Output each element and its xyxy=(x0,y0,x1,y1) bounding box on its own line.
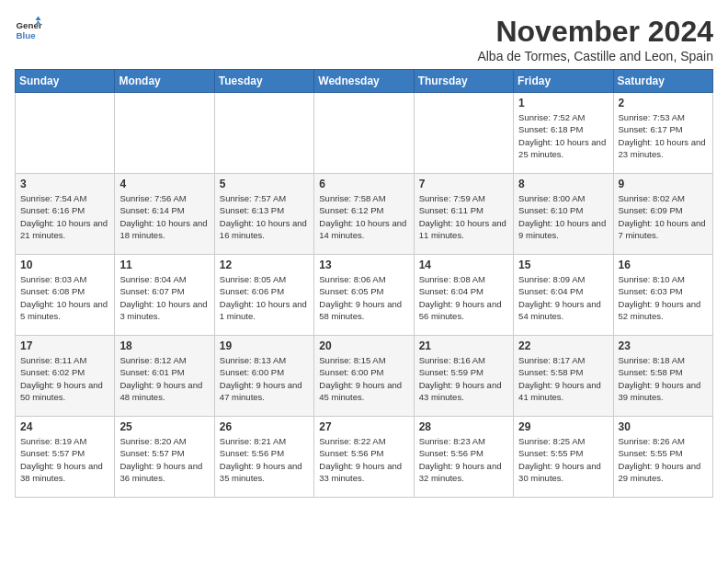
day-info: Sunrise: 8:06 AM Sunset: 6:05 PM Dayligh… xyxy=(319,273,408,322)
table-cell: 24Sunrise: 8:19 AM Sunset: 5:57 PM Dayli… xyxy=(16,417,115,498)
page-container: General Blue November 2024 Alba de Torme… xyxy=(15,15,713,498)
day-info: Sunrise: 8:03 AM Sunset: 6:08 PM Dayligh… xyxy=(20,273,109,322)
week-row-2: 3Sunrise: 7:54 AM Sunset: 6:16 PM Daylig… xyxy=(16,174,713,255)
col-saturday: Saturday xyxy=(613,70,712,93)
day-info: Sunrise: 8:11 AM Sunset: 6:02 PM Dayligh… xyxy=(20,354,109,403)
day-number: 26 xyxy=(220,420,309,433)
table-cell: 26Sunrise: 8:21 AM Sunset: 5:56 PM Dayli… xyxy=(214,417,313,498)
table-cell: 16Sunrise: 8:10 AM Sunset: 6:03 PM Dayli… xyxy=(613,255,712,336)
day-info: Sunrise: 8:04 AM Sunset: 6:07 PM Dayligh… xyxy=(119,273,209,322)
table-cell: 8Sunrise: 8:00 AM Sunset: 6:10 PM Daylig… xyxy=(514,174,613,255)
col-thursday: Thursday xyxy=(414,70,513,93)
day-info: Sunrise: 8:25 AM Sunset: 5:55 PM Dayligh… xyxy=(518,435,608,484)
day-info: Sunrise: 8:21 AM Sunset: 5:56 PM Dayligh… xyxy=(220,435,309,484)
calendar-table: Sunday Monday Tuesday Wednesday Thursday… xyxy=(15,69,713,498)
table-cell: 12Sunrise: 8:05 AM Sunset: 6:06 PM Dayli… xyxy=(214,255,313,336)
day-number: 4 xyxy=(119,178,209,190)
table-cell: 22Sunrise: 8:17 AM Sunset: 5:58 PM Dayli… xyxy=(514,336,613,417)
day-info: Sunrise: 8:10 AM Sunset: 6:03 PM Dayligh… xyxy=(619,273,708,322)
table-cell xyxy=(115,93,214,174)
day-number: 15 xyxy=(518,259,608,271)
table-cell: 10Sunrise: 8:03 AM Sunset: 6:08 PM Dayli… xyxy=(16,255,115,336)
logo: General Blue xyxy=(15,15,42,42)
day-number: 1 xyxy=(518,97,608,109)
svg-text:Blue: Blue xyxy=(17,30,37,40)
table-cell: 30Sunrise: 8:26 AM Sunset: 5:55 PM Dayli… xyxy=(613,417,712,498)
table-cell xyxy=(414,93,513,174)
day-info: Sunrise: 7:54 AM Sunset: 6:16 PM Dayligh… xyxy=(20,192,109,241)
week-row-4: 17Sunrise: 8:11 AM Sunset: 6:02 PM Dayli… xyxy=(16,336,713,417)
table-cell: 20Sunrise: 8:15 AM Sunset: 6:00 PM Dayli… xyxy=(314,336,414,417)
table-cell: 9Sunrise: 8:02 AM Sunset: 6:09 PM Daylig… xyxy=(613,174,712,255)
table-cell: 6Sunrise: 7:58 AM Sunset: 6:12 PM Daylig… xyxy=(314,174,414,255)
table-cell: 15Sunrise: 8:09 AM Sunset: 6:04 PM Dayli… xyxy=(514,255,613,336)
day-info: Sunrise: 8:23 AM Sunset: 5:56 PM Dayligh… xyxy=(419,435,508,484)
week-row-1: 1Sunrise: 7:52 AM Sunset: 6:18 PM Daylig… xyxy=(16,93,713,174)
day-info: Sunrise: 8:16 AM Sunset: 5:59 PM Dayligh… xyxy=(419,354,508,403)
table-cell: 7Sunrise: 7:59 AM Sunset: 6:11 PM Daylig… xyxy=(414,174,513,255)
day-number: 24 xyxy=(20,420,109,433)
logo-icon: General Blue xyxy=(15,15,42,42)
table-cell: 11Sunrise: 8:04 AM Sunset: 6:07 PM Dayli… xyxy=(115,255,214,336)
day-number: 18 xyxy=(119,339,209,352)
day-info: Sunrise: 8:08 AM Sunset: 6:04 PM Dayligh… xyxy=(419,273,508,322)
day-number: 12 xyxy=(220,259,309,271)
week-row-3: 10Sunrise: 8:03 AM Sunset: 6:08 PM Dayli… xyxy=(16,255,713,336)
day-number: 2 xyxy=(619,97,708,109)
day-number: 27 xyxy=(319,420,408,433)
day-info: Sunrise: 8:18 AM Sunset: 5:58 PM Dayligh… xyxy=(619,354,708,403)
table-cell: 14Sunrise: 8:08 AM Sunset: 6:04 PM Dayli… xyxy=(414,255,513,336)
table-cell xyxy=(214,93,313,174)
day-number: 17 xyxy=(20,339,109,352)
day-info: Sunrise: 8:13 AM Sunset: 6:00 PM Dayligh… xyxy=(220,354,309,403)
col-monday: Monday xyxy=(115,70,214,93)
table-cell: 3Sunrise: 7:54 AM Sunset: 6:16 PM Daylig… xyxy=(16,174,115,255)
table-cell: 28Sunrise: 8:23 AM Sunset: 5:56 PM Dayli… xyxy=(414,417,513,498)
header-row: Sunday Monday Tuesday Wednesday Thursday… xyxy=(16,70,713,93)
day-info: Sunrise: 8:09 AM Sunset: 6:04 PM Dayligh… xyxy=(518,273,608,322)
day-info: Sunrise: 7:59 AM Sunset: 6:11 PM Dayligh… xyxy=(419,192,508,241)
day-info: Sunrise: 7:53 AM Sunset: 6:17 PM Dayligh… xyxy=(619,111,708,160)
day-number: 19 xyxy=(220,339,309,352)
day-info: Sunrise: 8:20 AM Sunset: 5:57 PM Dayligh… xyxy=(119,435,209,484)
day-number: 29 xyxy=(518,420,608,433)
table-cell: 4Sunrise: 7:56 AM Sunset: 6:14 PM Daylig… xyxy=(115,174,214,255)
col-tuesday: Tuesday xyxy=(214,70,313,93)
table-cell: 19Sunrise: 8:13 AM Sunset: 6:00 PM Dayli… xyxy=(214,336,313,417)
day-number: 16 xyxy=(619,259,708,271)
day-number: 23 xyxy=(619,339,708,352)
table-cell: 21Sunrise: 8:16 AM Sunset: 5:59 PM Dayli… xyxy=(414,336,513,417)
day-number: 21 xyxy=(419,339,508,352)
table-cell xyxy=(314,93,414,174)
table-cell: 18Sunrise: 8:12 AM Sunset: 6:01 PM Dayli… xyxy=(115,336,214,417)
day-info: Sunrise: 8:00 AM Sunset: 6:10 PM Dayligh… xyxy=(518,192,608,241)
day-info: Sunrise: 8:19 AM Sunset: 5:57 PM Dayligh… xyxy=(20,435,109,484)
day-number: 7 xyxy=(419,178,508,190)
day-number: 30 xyxy=(619,420,708,433)
day-number: 28 xyxy=(419,420,508,433)
svg-marker-2 xyxy=(36,17,41,21)
day-number: 6 xyxy=(319,178,408,190)
day-number: 5 xyxy=(220,178,309,190)
month-title: November 2024 xyxy=(477,15,713,49)
day-info: Sunrise: 8:12 AM Sunset: 6:01 PM Dayligh… xyxy=(119,354,209,403)
day-number: 14 xyxy=(419,259,508,271)
day-info: Sunrise: 7:57 AM Sunset: 6:13 PM Dayligh… xyxy=(220,192,309,241)
table-cell: 17Sunrise: 8:11 AM Sunset: 6:02 PM Dayli… xyxy=(16,336,115,417)
day-number: 22 xyxy=(518,339,608,352)
day-number: 3 xyxy=(20,178,109,190)
day-info: Sunrise: 7:58 AM Sunset: 6:12 PM Dayligh… xyxy=(319,192,408,241)
day-number: 9 xyxy=(619,178,708,190)
day-info: Sunrise: 8:15 AM Sunset: 6:00 PM Dayligh… xyxy=(319,354,408,403)
day-number: 25 xyxy=(119,420,209,433)
day-number: 11 xyxy=(119,259,209,271)
day-info: Sunrise: 8:05 AM Sunset: 6:06 PM Dayligh… xyxy=(220,273,309,322)
subtitle: Alba de Tormes, Castille and Leon, Spain xyxy=(477,49,713,63)
col-wednesday: Wednesday xyxy=(314,70,414,93)
header: General Blue November 2024 Alba de Torme… xyxy=(15,15,713,63)
day-info: Sunrise: 7:56 AM Sunset: 6:14 PM Dayligh… xyxy=(119,192,209,241)
day-info: Sunrise: 7:52 AM Sunset: 6:18 PM Dayligh… xyxy=(518,111,608,160)
day-number: 8 xyxy=(518,178,608,190)
day-info: Sunrise: 8:26 AM Sunset: 5:55 PM Dayligh… xyxy=(619,435,708,484)
table-cell xyxy=(16,93,115,174)
